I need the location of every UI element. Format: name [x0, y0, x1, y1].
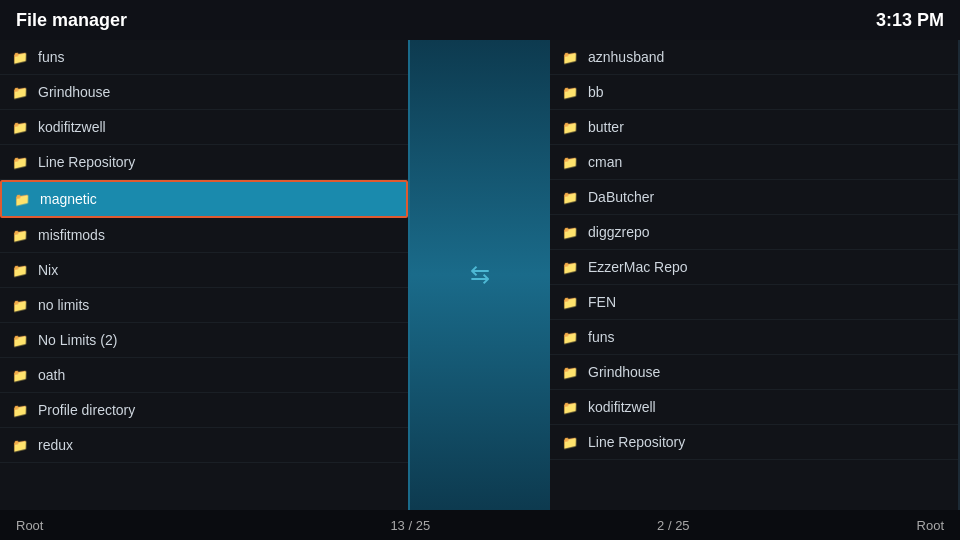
folder-icon: 📁 [562, 120, 578, 135]
right-item-label: kodifitzwell [588, 399, 656, 415]
left-list-item[interactable]: 📁kodifitzwell [0, 110, 408, 145]
folder-icon: 📁 [562, 260, 578, 275]
left-list-item[interactable]: 📁No Limits (2) [0, 323, 408, 358]
right-root-label: Root [917, 518, 944, 533]
app-title: File manager [16, 10, 127, 31]
right-file-panel: 📁aznhusband📁bb📁butter📁cman📁DaButcher📁dig… [550, 40, 960, 510]
left-item-label: no limits [38, 297, 89, 313]
folder-icon: 📁 [562, 190, 578, 205]
right-list-item[interactable]: 📁bb [550, 75, 958, 110]
right-item-label: aznhusband [588, 49, 664, 65]
folder-icon: 📁 [562, 330, 578, 345]
center-divider: ⇆ [410, 40, 550, 510]
right-list-item[interactable]: 📁funs [550, 320, 958, 355]
right-list-item[interactable]: 📁diggzrepo [550, 215, 958, 250]
folder-icon: 📁 [562, 400, 578, 415]
left-list-item[interactable]: 📁Line Repository [0, 145, 408, 180]
right-item-label: Grindhouse [588, 364, 660, 380]
right-list-item[interactable]: 📁butter [550, 110, 958, 145]
right-item-label: cman [588, 154, 622, 170]
left-item-label: kodifitzwell [38, 119, 106, 135]
folder-icon: 📁 [14, 192, 30, 207]
right-item-label: diggzrepo [588, 224, 650, 240]
left-item-label: funs [38, 49, 64, 65]
right-count-label: 2 / 25 [657, 518, 690, 533]
left-item-label: Grindhouse [38, 84, 110, 100]
folder-icon: 📁 [562, 50, 578, 65]
folder-icon: 📁 [562, 155, 578, 170]
folder-icon: 📁 [12, 298, 28, 313]
right-item-label: DaButcher [588, 189, 654, 205]
left-list-item[interactable]: 📁no limits [0, 288, 408, 323]
left-item-label: Line Repository [38, 154, 135, 170]
right-list-item[interactable]: 📁FEN [550, 285, 958, 320]
folder-icon: 📁 [12, 228, 28, 243]
folder-icon: 📁 [12, 50, 28, 65]
folder-icon: 📁 [12, 403, 28, 418]
left-root-label: Root [16, 518, 43, 533]
right-list-item[interactable]: 📁EzzerMac Repo [550, 250, 958, 285]
right-item-label: funs [588, 329, 614, 345]
left-item-label: oath [38, 367, 65, 383]
folder-icon: 📁 [12, 368, 28, 383]
folder-icon: 📁 [562, 295, 578, 310]
folder-icon: 📁 [12, 333, 28, 348]
left-item-label: misfitmods [38, 227, 105, 243]
right-list-item[interactable]: 📁DaButcher [550, 180, 958, 215]
left-list-item[interactable]: 📁redux [0, 428, 408, 463]
left-list-item[interactable]: 📁Profile directory [0, 393, 408, 428]
left-count-label: 13 / 25 [390, 518, 430, 533]
right-item-label: Line Repository [588, 434, 685, 450]
right-list-item[interactable]: 📁aznhusband [550, 40, 958, 75]
folder-icon: 📁 [562, 365, 578, 380]
left-list-item[interactable]: 📁Nix [0, 253, 408, 288]
folder-icon: 📁 [562, 435, 578, 450]
folder-icon: 📁 [12, 263, 28, 278]
right-list-item[interactable]: 📁kodifitzwell [550, 390, 958, 425]
folder-icon: 📁 [562, 225, 578, 240]
left-item-label: Nix [38, 262, 58, 278]
left-list-item[interactable]: 📁oath [0, 358, 408, 393]
left-list-item[interactable]: 📁magnetic [0, 180, 408, 218]
right-list-item[interactable]: 📁Line Repository [550, 425, 958, 460]
right-item-label: EzzerMac Repo [588, 259, 688, 275]
folder-icon: 📁 [12, 120, 28, 135]
transfer-icon: ⇆ [470, 261, 490, 289]
footer-bar: Root 13 / 25 2 / 25 Root [0, 510, 960, 540]
right-item-label: bb [588, 84, 604, 100]
left-file-panel: 📁funs📁Grindhouse📁kodifitzwell📁Line Repos… [0, 40, 410, 510]
clock: 3:13 PM [876, 10, 944, 31]
left-item-label: redux [38, 437, 73, 453]
right-item-label: butter [588, 119, 624, 135]
folder-icon: 📁 [12, 155, 28, 170]
left-item-label: No Limits (2) [38, 332, 117, 348]
folder-icon: 📁 [562, 85, 578, 100]
left-list-item[interactable]: 📁misfitmods [0, 218, 408, 253]
left-list-item[interactable]: 📁funs [0, 40, 408, 75]
left-item-label: Profile directory [38, 402, 135, 418]
right-list-item[interactable]: 📁Grindhouse [550, 355, 958, 390]
right-list-item[interactable]: 📁cman [550, 145, 958, 180]
left-item-label: magnetic [40, 191, 97, 207]
left-list-item[interactable]: 📁Grindhouse [0, 75, 408, 110]
right-item-label: FEN [588, 294, 616, 310]
folder-icon: 📁 [12, 85, 28, 100]
folder-icon: 📁 [12, 438, 28, 453]
